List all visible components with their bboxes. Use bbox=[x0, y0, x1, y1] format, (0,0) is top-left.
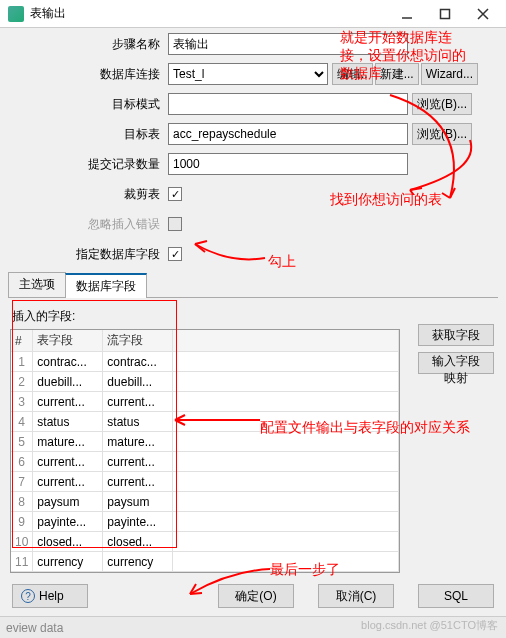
title-bar: 表输出 bbox=[0, 0, 506, 28]
get-fields-button[interactable]: 获取字段 bbox=[418, 324, 494, 346]
commit-size-label: 提交记录数量 bbox=[8, 156, 168, 173]
table-row[interactable]: 9payinte...payinte... bbox=[11, 512, 399, 532]
table-row[interactable]: 1contrac...contrac... bbox=[11, 352, 399, 372]
table-row[interactable]: 2duebill...duebill... bbox=[11, 372, 399, 392]
minimize-button[interactable] bbox=[388, 2, 426, 26]
commit-size-input[interactable] bbox=[168, 153, 408, 175]
tab-fields[interactable]: 数据库字段 bbox=[65, 273, 147, 298]
dialog-content: 步骤名称 数据库连接 Test_l 编辑.. 新建... Wizard... 目… bbox=[0, 28, 506, 580]
help-button[interactable]: ? Help bbox=[12, 584, 88, 608]
insert-fields-label: 插入的字段: bbox=[12, 308, 496, 325]
table-row[interactable]: 6current...current... bbox=[11, 452, 399, 472]
specify-fields-label: 指定数据库字段 bbox=[8, 246, 168, 263]
table-row[interactable]: 8paysumpaysum bbox=[11, 492, 399, 512]
db-edit-button[interactable]: 编辑.. bbox=[332, 63, 373, 85]
table-row[interactable]: 10closed...closed... bbox=[11, 532, 399, 552]
sql-button[interactable]: SQL bbox=[418, 584, 494, 608]
field-map-button[interactable]: 输入字段映射 bbox=[418, 352, 494, 374]
col-tablefield-header: 表字段 bbox=[33, 330, 103, 352]
target-schema-input[interactable] bbox=[168, 93, 408, 115]
col-num-header: # bbox=[11, 330, 33, 352]
fields-grid[interactable]: # 表字段 流字段 1contrac...contrac...2duebill.… bbox=[10, 329, 400, 573]
maximize-button[interactable] bbox=[426, 2, 464, 26]
target-table-input[interactable] bbox=[168, 123, 408, 145]
table-row[interactable]: 3current...current... bbox=[11, 392, 399, 412]
db-wizard-button[interactable]: Wizard... bbox=[421, 63, 478, 85]
window-title: 表输出 bbox=[30, 5, 388, 22]
table-browse-button[interactable]: 浏览(B)... bbox=[412, 123, 472, 145]
button-bar: ? Help 确定(O) 取消(C) SQL bbox=[0, 578, 506, 614]
target-schema-label: 目标模式 bbox=[8, 96, 168, 113]
db-new-button[interactable]: 新建... bbox=[375, 63, 419, 85]
watermark: blog.csdn.net @51CTO博客 bbox=[361, 618, 498, 633]
table-row[interactable]: 5mature...mature... bbox=[11, 432, 399, 452]
target-table-label: 目标表 bbox=[8, 126, 168, 143]
svg-rect-0 bbox=[441, 9, 450, 18]
truncate-checkbox[interactable] bbox=[168, 187, 182, 201]
step-name-input[interactable] bbox=[168, 33, 408, 55]
cancel-button[interactable]: 取消(C) bbox=[318, 584, 394, 608]
table-row[interactable]: 7current...current... bbox=[11, 472, 399, 492]
step-name-label: 步骤名称 bbox=[8, 36, 168, 53]
db-conn-select[interactable]: Test_l bbox=[168, 63, 328, 85]
specify-fields-checkbox[interactable] bbox=[168, 247, 182, 261]
close-button[interactable] bbox=[464, 2, 502, 26]
tab-bar: 主选项 数据库字段 bbox=[8, 272, 498, 298]
ignore-err-checkbox bbox=[168, 217, 182, 231]
help-icon: ? bbox=[21, 589, 35, 603]
col-streamfield-header: 流字段 bbox=[103, 330, 173, 352]
ok-button[interactable]: 确定(O) bbox=[218, 584, 294, 608]
app-icon bbox=[8, 6, 24, 22]
ignore-err-label: 忽略插入错误 bbox=[8, 216, 168, 233]
db-conn-label: 数据库连接 bbox=[8, 66, 168, 83]
truncate-label: 裁剪表 bbox=[8, 186, 168, 203]
table-row[interactable]: 4statusstatus bbox=[11, 412, 399, 432]
schema-browse-button[interactable]: 浏览(B)... bbox=[412, 93, 472, 115]
table-row[interactable]: 11currencycurrency bbox=[11, 552, 399, 572]
tab-main[interactable]: 主选项 bbox=[8, 272, 66, 297]
